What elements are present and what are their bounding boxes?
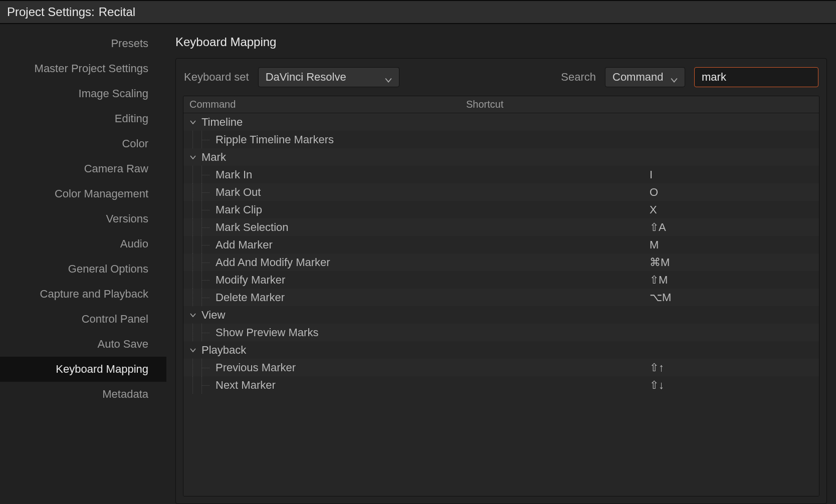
sidebar-item[interactable]: Control Panel: [0, 307, 166, 332]
shortcuts-table: Command Shortcut TimelineRipple Timeline…: [183, 96, 819, 496]
sidebar-item[interactable]: Capture and Playback: [0, 282, 166, 307]
search-label: Search: [561, 71, 596, 84]
command-row[interactable]: Add MarkerM: [183, 236, 819, 254]
command-row[interactable]: Mark ClipX: [183, 201, 819, 218]
command-label: Add Marker: [216, 238, 273, 251]
sidebar-item-label: Image Scaling: [79, 87, 148, 100]
search-mode-select[interactable]: Command: [605, 67, 685, 87]
sidebar-item[interactable]: Editing: [0, 106, 166, 131]
command-label: Mark Clip: [216, 203, 262, 216]
sidebar-item-label: Color: [122, 137, 148, 150]
group-row[interactable]: Timeline: [183, 113, 819, 131]
keyboard-set-label: Keyboard set: [184, 71, 249, 84]
shortcut-label: M: [650, 238, 659, 251]
command-row[interactable]: Mark InI: [183, 166, 819, 183]
group-label: Timeline: [201, 116, 243, 129]
shortcut-label: ⇧↑: [650, 361, 664, 374]
keyboard-set-value: DaVinci Resolve: [266, 71, 346, 84]
sidebar-item[interactable]: Color Management: [0, 181, 166, 206]
chevron-down-icon: [671, 74, 678, 81]
window-titlebar: Project Settings: Recital: [0, 0, 836, 24]
sidebar-item-label: Control Panel: [82, 313, 148, 326]
sidebar-item[interactable]: Camera Raw: [0, 156, 166, 181]
command-row[interactable]: Mark OutO: [183, 183, 819, 201]
settings-sidebar: PresetsMaster Project SettingsImage Scal…: [0, 24, 166, 504]
shortcut-label: I: [650, 168, 653, 181]
sidebar-item[interactable]: Metadata: [0, 382, 166, 407]
shortcut-label: ⇧↓: [650, 379, 664, 392]
sidebar-item-label: Master Project Settings: [35, 62, 148, 75]
command-row[interactable]: Add And Modify Marker⌘M: [183, 254, 819, 271]
sidebar-item-label: Audio: [120, 237, 148, 250]
shortcut-label: O: [650, 186, 658, 199]
keyboard-mapping-panel: Keyboard set DaVinci Resolve Search Comm…: [175, 58, 827, 504]
command-row[interactable]: Show Preview Marks: [183, 324, 819, 341]
group-row[interactable]: Mark: [183, 148, 819, 166]
group-label: Mark: [201, 151, 226, 164]
sidebar-item[interactable]: General Options: [0, 257, 166, 282]
command-label: Previous Marker: [216, 361, 296, 374]
group-label: Playback: [201, 344, 246, 357]
command-label: Modify Marker: [216, 274, 285, 287]
command-row[interactable]: Modify Marker⇧M: [183, 271, 819, 289]
sidebar-item-label: Editing: [115, 112, 148, 125]
sidebar-item-label: Presets: [111, 37, 148, 50]
sidebar-item[interactable]: Image Scaling: [0, 81, 166, 106]
sidebar-item-label: Metadata: [102, 388, 148, 401]
sidebar-item-label: Capture and Playback: [40, 288, 148, 301]
sidebar-item-label: Versions: [106, 212, 148, 225]
command-row[interactable]: Previous Marker⇧↑: [183, 359, 819, 376]
shortcut-label: ⌘M: [650, 256, 670, 269]
window-project-name: Recital: [99, 5, 135, 19]
command-label: Ripple Timeline Markers: [216, 133, 334, 146]
window-title-prefix: Project Settings:: [7, 5, 95, 19]
sidebar-item[interactable]: Master Project Settings: [0, 56, 166, 81]
command-label: Mark In: [216, 168, 252, 181]
command-label: Show Preview Marks: [216, 326, 318, 339]
chevron-down-icon: [188, 119, 197, 125]
sidebar-item-label: General Options: [68, 263, 148, 276]
column-header-shortcut[interactable]: Shortcut: [466, 99, 819, 110]
sidebar-item-label: Camera Raw: [84, 162, 148, 175]
command-label: Delete Marker: [216, 291, 285, 304]
command-row[interactable]: Ripple Timeline Markers: [183, 131, 819, 148]
sidebar-item-label: Color Management: [55, 187, 148, 200]
command-label: Add And Modify Marker: [216, 256, 330, 269]
main-panel: Keyboard Mapping Keyboard set DaVinci Re…: [166, 24, 836, 504]
shortcut-label: ⌥M: [650, 291, 671, 304]
table-body: TimelineRipple Timeline MarkersMarkMark …: [183, 113, 819, 496]
sidebar-item[interactable]: Versions: [0, 206, 166, 231]
shortcut-label: ⇧M: [650, 274, 668, 287]
sidebar-item-label: Auto Save: [97, 338, 148, 351]
group-row[interactable]: View: [183, 306, 819, 324]
command-label: Next Marker: [216, 379, 276, 392]
keyboard-set-select[interactable]: DaVinci Resolve: [258, 67, 399, 87]
chevron-down-icon: [188, 154, 197, 160]
sidebar-item[interactable]: Audio: [0, 231, 166, 257]
sidebar-item[interactable]: Auto Save: [0, 332, 166, 357]
search-mode-value: Command: [612, 71, 663, 84]
command-row[interactable]: Mark Selection⇧A: [183, 218, 819, 236]
group-label: View: [201, 309, 225, 322]
shortcut-label: ⇧A: [650, 221, 666, 234]
command-label: Mark Out: [216, 186, 261, 199]
command-row[interactable]: Delete Marker⌥M: [183, 289, 819, 306]
controls-row: Keyboard set DaVinci Resolve Search Comm…: [176, 59, 826, 96]
sidebar-item[interactable]: Keyboard Mapping: [0, 357, 166, 382]
sidebar-item[interactable]: Presets: [0, 31, 166, 56]
table-header: Command Shortcut: [183, 96, 819, 113]
shortcut-label: X: [650, 203, 657, 216]
search-input[interactable]: [702, 71, 827, 84]
command-row[interactable]: Next Marker⇧↓: [183, 376, 819, 394]
sidebar-item-label: Keyboard Mapping: [56, 363, 148, 376]
command-label: Mark Selection: [216, 221, 289, 234]
column-header-command[interactable]: Command: [189, 99, 466, 110]
group-row[interactable]: Playback: [183, 341, 819, 359]
chevron-down-icon: [188, 312, 197, 318]
page-title: Keyboard Mapping: [175, 31, 827, 53]
sidebar-item[interactable]: Color: [0, 131, 166, 156]
chevron-down-icon: [385, 74, 392, 81]
search-box: [694, 67, 818, 87]
chevron-down-icon: [188, 347, 197, 353]
